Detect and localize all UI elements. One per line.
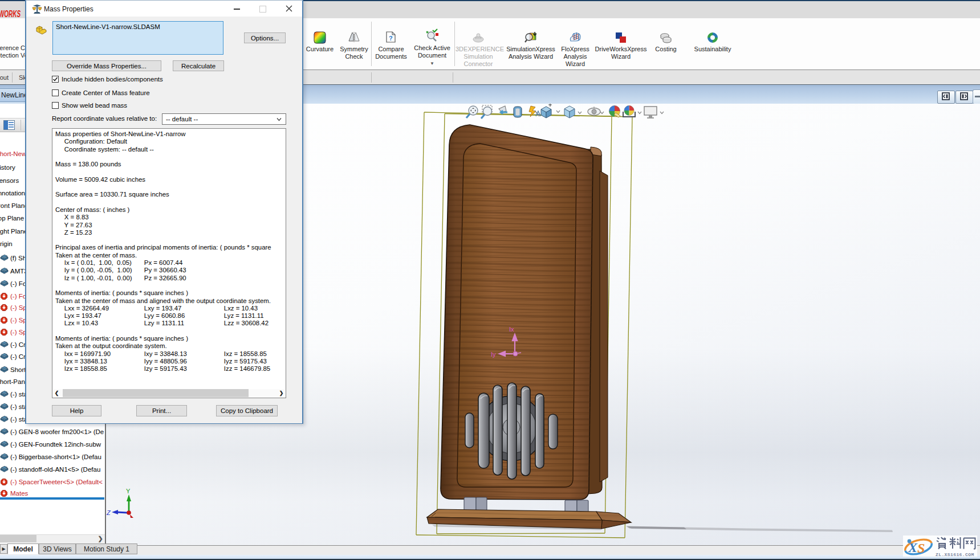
svg-text:X: X: [908, 540, 918, 555]
svg-text:Ix: Ix: [509, 326, 514, 333]
svg-text:Iy: Iy: [491, 351, 496, 358]
svg-text:Z: Z: [106, 509, 111, 516]
svg-text:S: S: [917, 541, 925, 555]
svg-text:ZL.XS1616.COM: ZL.XS1616.COM: [936, 552, 974, 557]
svg-text:?: ?: [389, 35, 393, 42]
svg-text:Y: Y: [126, 488, 131, 494]
